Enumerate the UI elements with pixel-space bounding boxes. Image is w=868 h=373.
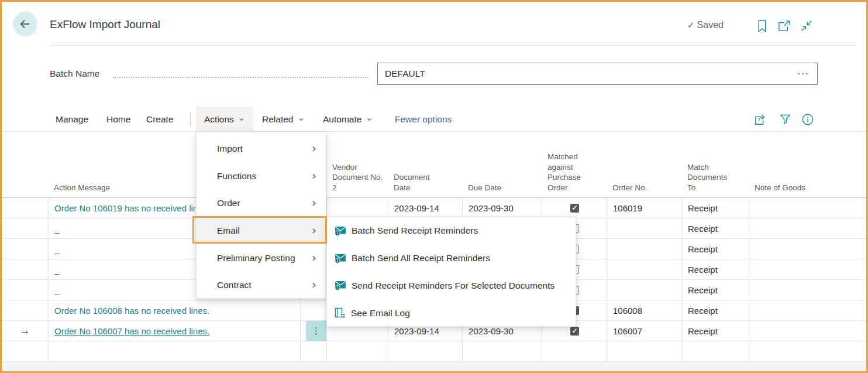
menu-automate[interactable]: Automate ⌄ bbox=[323, 107, 373, 132]
chevron-right-icon: › bbox=[312, 223, 316, 237]
action-bar: Manage Home Create Actions ⌄ Related ⌄ A… bbox=[2, 107, 866, 132]
bottom-scrollbar-track[interactable] bbox=[2, 362, 866, 371]
header-divider bbox=[50, 45, 857, 46]
action-message-link[interactable]: Order No 106008 has no received lines. bbox=[54, 306, 209, 316]
menu-related[interactable]: Related ⌄ bbox=[262, 107, 305, 132]
email-submenu: Batch Send Receipt Reminders Batch Send … bbox=[326, 217, 576, 327]
submenu-item-batch-send-receipt-reminders[interactable]: Batch Send Receipt Reminders bbox=[327, 217, 576, 245]
matched-checkbox[interactable] bbox=[570, 327, 579, 336]
page-title: ExFlow Import Journal bbox=[50, 18, 160, 31]
table-row bbox=[2, 341, 866, 362]
chevron-down-icon: ⌄ bbox=[366, 112, 373, 123]
col-match-documents-to[interactable]: Match Documents To bbox=[681, 162, 749, 197]
filter-icon[interactable] bbox=[778, 112, 793, 126]
table-header-row: Action Message Vendor Document No. 2 Doc… bbox=[2, 132, 866, 198]
tab-home[interactable]: Home bbox=[106, 107, 130, 132]
active-row-indicator-icon: → bbox=[20, 325, 30, 337]
bookmark-icon[interactable] bbox=[755, 19, 769, 33]
info-icon[interactable] bbox=[800, 112, 815, 126]
col-due-date[interactable]: Due Date bbox=[462, 183, 542, 197]
chevron-right-icon: › bbox=[312, 196, 316, 210]
action-message-link[interactable]: _ bbox=[54, 285, 59, 295]
batch-name-value[interactable]: DEFAULT bbox=[385, 69, 795, 79]
submenu-item-send-receipt-reminders-for-selected-documents[interactable]: Send Receipt Reminders For Selected Docu… bbox=[327, 272, 576, 300]
minimize-page-icon[interactable] bbox=[800, 19, 814, 33]
menu-item-contract[interactable]: Contract › bbox=[197, 272, 326, 299]
submenu-item-see-email-log[interactable]: See Email Log bbox=[327, 299, 576, 327]
menubar-separator bbox=[190, 112, 191, 126]
table-row: Order No 106019 has no received lines. 2… bbox=[2, 198, 866, 218]
submenu-item-batch-send-all-receipt-reminders[interactable]: Batch Send All Receipt Reminders bbox=[327, 245, 576, 272]
tab-create[interactable]: Create bbox=[146, 107, 174, 132]
email-log-icon bbox=[335, 307, 346, 319]
exflow-import-journal-window: ExFlow Import Journal ✓ Saved Batch Name… bbox=[0, 0, 868, 373]
chevron-down-icon: ⌄ bbox=[238, 112, 246, 123]
col-row-indicator bbox=[2, 193, 48, 197]
batch-name-leader-dots bbox=[113, 67, 368, 78]
email-info-icon bbox=[335, 280, 346, 290]
chevron-right-icon: › bbox=[312, 278, 316, 292]
chevron-right-icon: › bbox=[312, 141, 316, 155]
col-matched-against-purchase-order[interactable]: Matched against Purchase Order bbox=[542, 152, 607, 197]
action-message-link[interactable]: _ bbox=[54, 224, 59, 234]
col-note-of-goods[interactable]: Note of Goods bbox=[749, 183, 866, 197]
back-button[interactable] bbox=[13, 12, 37, 36]
actions-dropdown-menu: Import › Functions › Order › Email › Pre… bbox=[196, 132, 326, 299]
save-status: ✓ Saved bbox=[687, 20, 724, 30]
action-message-link[interactable]: _ bbox=[54, 265, 59, 275]
chevron-right-icon: › bbox=[312, 251, 316, 265]
matched-checkbox[interactable] bbox=[570, 204, 579, 213]
chevron-right-icon: › bbox=[312, 169, 316, 183]
batch-lookup-button[interactable]: ··· bbox=[795, 67, 811, 80]
open-in-new-window-icon[interactable] bbox=[777, 19, 791, 33]
action-message-link[interactable]: Order No 106007 has no received lines. bbox=[54, 326, 209, 336]
email-info-icon bbox=[335, 254, 346, 264]
col-vendor-document-no-2[interactable]: Vendor Document No. 2 bbox=[326, 162, 388, 197]
tab-manage[interactable]: Manage bbox=[56, 107, 88, 132]
row-more-options-button[interactable]: ⋮ bbox=[306, 321, 326, 341]
fewer-options-button[interactable]: Fewer options bbox=[395, 107, 452, 132]
col-document-date[interactable]: Document Date bbox=[388, 172, 462, 197]
saved-check-icon: ✓ bbox=[687, 20, 695, 30]
share-icon[interactable] bbox=[753, 112, 767, 126]
batch-name-field[interactable]: DEFAULT ··· bbox=[377, 63, 818, 85]
batch-name-label: Batch Name bbox=[50, 69, 99, 79]
saved-label: Saved bbox=[697, 20, 724, 30]
action-message-link[interactable]: _ bbox=[54, 244, 59, 254]
chevron-down-icon: ⌄ bbox=[297, 112, 305, 123]
back-arrow-icon bbox=[19, 18, 32, 30]
menu-item-preliminary-posting[interactable]: Preliminary Posting › bbox=[197, 244, 326, 272]
menu-item-order[interactable]: Order › bbox=[197, 190, 326, 217]
menu-item-email[interactable]: Email › bbox=[197, 217, 326, 245]
email-info-icon bbox=[335, 226, 346, 236]
action-message-link[interactable]: Order No 106019 has no received lines. bbox=[54, 203, 209, 213]
menu-item-functions[interactable]: Functions › bbox=[197, 163, 326, 190]
menu-item-import[interactable]: Import › bbox=[197, 135, 326, 163]
menu-actions[interactable]: Actions ⌄ bbox=[196, 107, 253, 132]
col-order-no[interactable]: Order No. bbox=[607, 183, 681, 197]
